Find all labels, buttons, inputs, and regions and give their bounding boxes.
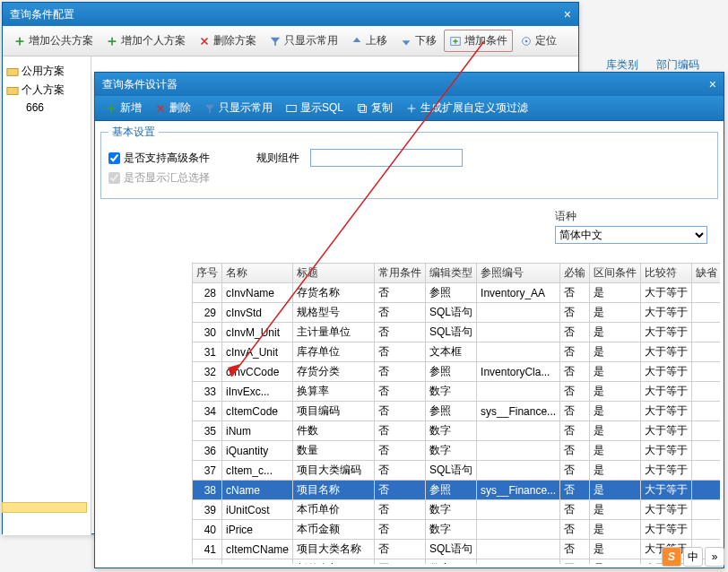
ime-s-icon[interactable]: S — [662, 547, 681, 567]
ime-zh-icon[interactable]: 中 — [683, 547, 703, 567]
table-row[interactable]: 30cInvM_Unit主计量单位否SQL语句否是大于等于 — [193, 323, 721, 342]
outer-title: 查询条件配置 — [10, 3, 74, 26]
col-header[interactable]: 必输 — [560, 264, 590, 283]
col-header[interactable]: 缺省 — [692, 264, 720, 283]
delete-plan-button[interactable]: 删除方案 — [193, 30, 262, 52]
fieldset-legend: 基本设置 — [108, 125, 159, 140]
gen-filter-button[interactable]: 生成扩展自定义项过滤 — [401, 99, 533, 117]
table-row[interactable]: 29cInvStd规格型号否SQL语句否是大于等于 — [193, 303, 721, 323]
svg-rect-4 — [7, 87, 18, 94]
table-row[interactable]: 28cInvName存货名称否参照Inventory_AA否是大于等于 — [193, 283, 721, 303]
svg-point-2 — [525, 39, 528, 42]
delete-button[interactable]: 删除 — [150, 99, 195, 117]
copy-button[interactable]: 复制 — [351, 99, 397, 117]
svg-rect-6 — [359, 104, 365, 110]
language-box: 语种 简体中文 — [555, 209, 707, 244]
tree-personal[interactable]: 个人方案 — [6, 81, 87, 100]
col-header[interactable]: 常用条件 — [375, 264, 426, 283]
move-up-button[interactable]: 上移 — [345, 30, 393, 52]
inner-title: 查询条件设计器 — [102, 73, 178, 96]
svg-rect-5 — [287, 105, 297, 111]
col-header[interactable]: 名称 — [222, 264, 293, 283]
add-personal-plan-button[interactable]: 增加个人方案 — [100, 30, 191, 52]
rule-input[interactable] — [310, 149, 463, 167]
table-row[interactable]: 41cItemCName项目大类名称否SQL语句否是大于等于 — [193, 540, 721, 559]
tree-panel: 公用方案 个人方案 666 — [3, 56, 91, 535]
tree-child-666[interactable]: 666 — [26, 100, 87, 116]
cb-advanced[interactable]: 是否支持高级条件 — [108, 151, 210, 166]
inner-titlebar: 查询条件设计器 × — [95, 73, 724, 96]
ime-more-icon[interactable]: » — [705, 547, 724, 567]
tree-public[interactable]: 公用方案 — [6, 62, 87, 81]
col-header[interactable]: 编辑类型 — [426, 264, 477, 283]
table-row[interactable]: 37cItem_c...项目大类编码否SQL语句否是大于等于 — [193, 461, 721, 481]
col-header[interactable]: 标题 — [293, 264, 375, 283]
add-condition-button[interactable]: 增加条件 — [444, 30, 513, 52]
new-button[interactable]: 新增 — [100, 99, 146, 117]
table-row[interactable]: 34cItemCode项目编码否参照sys__Finance...否是大于等于 — [193, 402, 721, 421]
col-header[interactable]: 参照编号 — [477, 264, 560, 283]
inner-toolbar: 新增删除只显示常用显示SQL复制生成扩展自定义项过滤 — [95, 96, 724, 121]
basic-settings: 基本设置 是否支持高级条件 规则组件 是否显示汇总选择 — [100, 125, 718, 199]
svg-rect-7 — [360, 106, 366, 112]
locate-button[interactable]: 定位 — [515, 30, 562, 52]
yellow-strip — [2, 502, 87, 513]
cb-summary[interactable]: 是否显示汇总选择 — [108, 170, 210, 186]
svg-rect-3 — [7, 68, 18, 75]
show-common-button[interactable]: 只显示常用 — [199, 99, 277, 117]
folder-icon — [6, 65, 19, 78]
table-row[interactable]: 39iUnitCost本币单价否数字否是大于等于 — [193, 500, 721, 520]
lang-select[interactable]: 简体中文 — [555, 226, 707, 244]
table-row[interactable]: 32cInvCCode存货分类否参照InventoryCla...否是大于等于 — [193, 362, 721, 382]
col-header[interactable]: 区间条件 — [590, 264, 641, 283]
data-table: 序号名称标题常用条件编辑类型参照编号必输区间条件比较符缺省28cInvName存… — [192, 263, 720, 564]
close-icon[interactable]: × — [564, 3, 571, 26]
table-row[interactable]: 36iQuantity数量否数字否是大于等于 — [193, 441, 721, 461]
lang-label: 语种 — [555, 209, 707, 224]
table-row[interactable]: 38cName项目名称否参照sys__Finance...否是大于等于 — [193, 481, 721, 500]
table-row[interactable]: 42iAPrice暂估金额否数字否是大于等于 — [193, 559, 721, 565]
rule-label: 规则组件 — [256, 151, 299, 166]
col-header[interactable]: 比较符 — [641, 264, 692, 283]
outer-toolbar: 增加公共方案增加个人方案删除方案只显示常用上移下移增加条件定位 — [3, 26, 578, 56]
grid[interactable]: 序号名称标题常用条件编辑类型参照编号必输区间条件比较符缺省28cInvName存… — [192, 263, 720, 564]
table-row[interactable]: 31cInvA_Unit库存单位否文本框否是大于等于 — [193, 342, 721, 362]
outer-titlebar: 查询条件配置 × — [3, 3, 578, 26]
show-common-button[interactable]: 只显示常用 — [264, 30, 343, 52]
table-row[interactable]: 33iInvExc...换算率否数字否是大于等于 — [193, 382, 721, 402]
add-public-plan-button[interactable]: 增加公共方案 — [8, 30, 99, 52]
ime-indicator[interactable]: S 中 » — [662, 547, 724, 567]
table-row[interactable]: 35iNum件数否数字否是大于等于 — [193, 421, 721, 441]
col-header[interactable]: 序号 — [193, 264, 222, 283]
show-sql-button[interactable]: 显示SQL — [281, 99, 348, 117]
table-row[interactable]: 40iPrice本币金额否数字否是大于等于 — [193, 520, 721, 540]
folder-icon — [6, 84, 19, 97]
move-down-button[interactable]: 下移 — [394, 30, 442, 52]
close-icon[interactable]: × — [709, 73, 716, 96]
